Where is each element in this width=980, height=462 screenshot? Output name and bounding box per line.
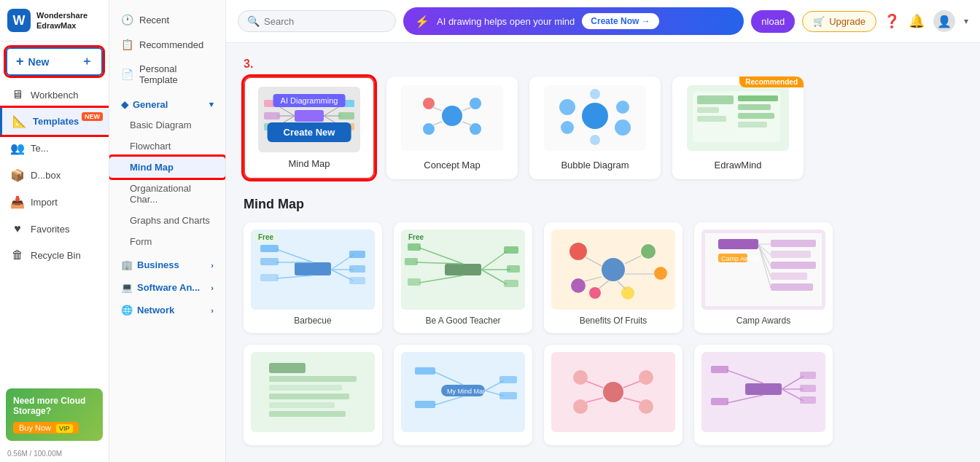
svg-rect-100: [269, 385, 342, 391]
svg-point-76: [589, 287, 601, 299]
add-icon: ＋: [81, 54, 93, 69]
svg-rect-134: [800, 372, 816, 379]
cart-icon: 🛒: [813, 16, 825, 27]
svg-rect-66: [504, 246, 518, 254]
svg-rect-114: [499, 392, 517, 399]
buy-now-button[interactable]: Buy Now VIP: [13, 422, 79, 434]
avatar[interactable]: 👤: [933, 10, 955, 32]
svg-text:Camp Award: Camp Award: [721, 255, 758, 262]
be-a-good-teacher-card[interactable]: Free: [394, 222, 532, 333]
content-area: 3.: [226, 43, 980, 462]
recommended-badge: Recommended: [739, 77, 804, 87]
search-input[interactable]: [264, 16, 386, 27]
svg-rect-126: [745, 383, 782, 395]
svg-rect-9: [338, 112, 354, 120]
barbecue-card[interactable]: Free: [244, 222, 382, 333]
middle-personal-template[interactable]: 📄 Personal Template: [109, 57, 225, 92]
svg-rect-94: [771, 283, 813, 291]
new-button[interactable]: + New ＋: [6, 47, 103, 76]
form-item[interactable]: Form: [109, 231, 225, 252]
general-section-header[interactable]: ◆ General ▾: [109, 92, 225, 114]
svg-point-119: [573, 399, 588, 414]
create-now-button[interactable]: Create Now →: [582, 13, 658, 29]
mind-map-item[interactable]: Mind Map: [109, 157, 225, 178]
bottom-card-3[interactable]: [544, 345, 682, 445]
benefits-of-fruits-card[interactable]: Benefits Of Fruits: [544, 222, 682, 333]
upgrade-button[interactable]: 🛒 Upgrade: [802, 11, 876, 32]
svg-rect-52: [349, 251, 365, 258]
svg-rect-136: [800, 396, 816, 404]
edrawmind-preview: [687, 85, 789, 151]
software-section-header[interactable]: 💻 Software An... ›: [109, 275, 225, 297]
sidebar-item-templates[interactable]: 📐 Templates NEW: [0, 108, 109, 135]
svg-rect-38: [738, 104, 771, 110]
network-section-header[interactable]: 🌐 Network ›: [109, 297, 225, 320]
svg-point-25: [582, 103, 608, 129]
bubble-diagram-card[interactable]: Bubble Diagram: [529, 77, 661, 179]
svg-point-72: [641, 244, 656, 259]
bottom-card-4[interactable]: [694, 345, 833, 445]
flowchart-item[interactable]: Flowchart: [109, 136, 225, 157]
concept-map-card[interactable]: Concept Map: [386, 77, 518, 179]
general-icon: ◆: [121, 99, 128, 110]
svg-point-116: [603, 382, 623, 402]
camp-awards-card[interactable]: Camp Award Camp Awards: [694, 222, 833, 333]
search-box[interactable]: 🔍: [238, 10, 396, 32]
create-new-button[interactable]: Create New: [268, 122, 351, 142]
org-chart-item[interactable]: Organizational Char...: [109, 178, 225, 210]
sidebar-item-favorites[interactable]: ♥ Favorites: [0, 216, 109, 242]
svg-rect-40: [738, 122, 767, 128]
sidebar-item-dropbox[interactable]: 📦 D...box: [0, 162, 109, 189]
import-icon: 📥: [10, 195, 25, 209]
plus-icon: +: [16, 54, 24, 69]
template-grid: Free: [244, 222, 962, 333]
free-tag2: Free: [404, 232, 428, 242]
svg-rect-93: [771, 273, 807, 280]
sidebar-item-recycle[interactable]: 🗑 Recycle Bin: [0, 242, 109, 268]
download-button[interactable]: nload: [751, 10, 795, 33]
software-icon: 💻: [121, 282, 133, 293]
sidebar-item-workbench[interactable]: 🖥 Workbench: [0, 82, 109, 108]
graphs-charts-item[interactable]: Graphs and Charts: [109, 210, 225, 231]
middle-recommended[interactable]: 📋 Recommended: [109, 32, 225, 57]
middle-recent[interactable]: 🕐 Recent: [109, 7, 225, 32]
svg-point-71: [569, 243, 587, 260]
bubble-diagram-label: Bubble Diagram: [561, 160, 629, 171]
svg-rect-91: [771, 251, 811, 258]
chevron-right-icon2: ›: [211, 283, 214, 292]
edrawmind-card[interactable]: Recommended: [672, 77, 804, 179]
topbar-icons: ❓ 🔔 👤 ▾: [884, 10, 968, 32]
svg-rect-63: [408, 243, 421, 251]
svg-point-29: [615, 120, 631, 136]
edrawmind-label: EdrawMind: [714, 160, 761, 171]
sidebar-item-team[interactable]: 👥 Te...: [0, 135, 109, 162]
bottom-card-1[interactable]: [244, 345, 382, 445]
middle-panel: 🕐 Recent 📋 Recommended 📄 Personal Templa…: [109, 0, 226, 462]
bell-icon[interactable]: 🔔: [909, 13, 925, 29]
svg-point-118: [639, 370, 653, 385]
svg-rect-103: [269, 411, 346, 417]
profile-chevron-icon[interactable]: ▾: [964, 16, 968, 26]
svg-point-26: [559, 99, 575, 115]
svg-rect-101: [269, 394, 349, 399]
svg-rect-49: [260, 245, 279, 252]
svg-point-117: [573, 370, 588, 385]
svg-rect-51: [260, 274, 279, 281]
help-icon[interactable]: ❓: [884, 13, 900, 29]
svg-point-27: [616, 101, 629, 114]
dropbox-icon: 📦: [10, 168, 25, 182]
basic-diagram-item[interactable]: Basic Diagram: [109, 114, 225, 136]
templates-icon: 📐: [12, 114, 27, 128]
mind-map-card[interactable]: AI Diagramming Create New Mind Map: [244, 77, 375, 179]
sidebar-item-import[interactable]: 📥 Import: [0, 189, 109, 216]
business-section-header[interactable]: 🏢 Business ›: [109, 252, 225, 275]
svg-rect-92: [771, 262, 816, 269]
barbecue-label: Barbecue: [251, 316, 375, 326]
svg-rect-37: [738, 95, 778, 101]
svg-rect-84: [718, 239, 758, 249]
benefits-of-fruits-label: Benefits Of Fruits: [551, 316, 675, 326]
bottom-card-2[interactable]: My Mind Map: [394, 345, 532, 445]
recent-icon: 🕐: [121, 14, 133, 26]
bottom-thumb-row: My Mind Map: [244, 345, 962, 445]
svg-rect-36: [697, 116, 726, 122]
